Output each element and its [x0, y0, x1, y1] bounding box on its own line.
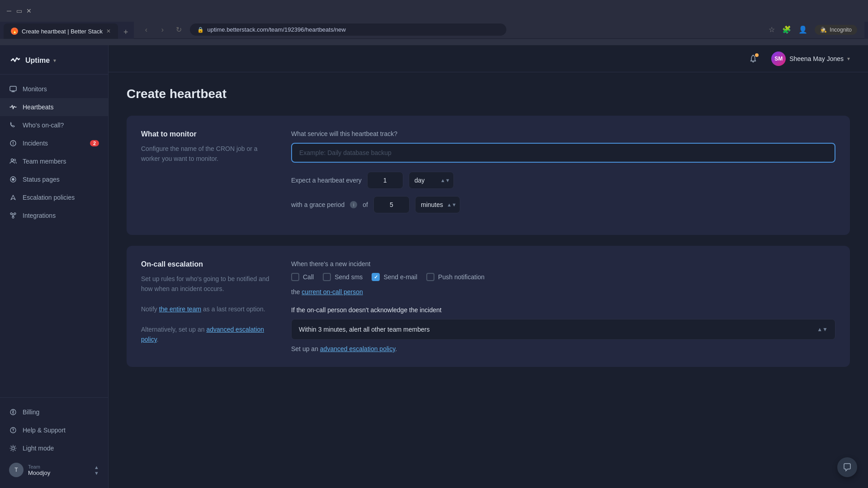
url-bar[interactable]: 🔒 uptime.betterstack.com/team/192396/hea…: [190, 23, 506, 36]
user-menu[interactable]: SM Sheena May Jones ▾: [768, 50, 854, 68]
users-icon: [9, 157, 17, 165]
content-area: Create heartbeat What to monitor Configu…: [108, 72, 868, 392]
grace-value-input[interactable]: [373, 196, 410, 213]
star-icon[interactable]: ☆: [769, 25, 775, 34]
escalation-dropdown-value: Within 3 minutes, alert all other team m…: [299, 326, 429, 333]
sidebar-item-incidents[interactable]: Incidents 2: [0, 134, 108, 152]
sidebar-nav: Monitors Heartbeats Who's on-call?: [0, 75, 108, 397]
acknowledge-label: If the on-call person doesn't acknowledg…: [291, 306, 835, 314]
active-tab[interactable]: 🔥 Create heartbeat | Better Stack ✕: [4, 23, 118, 39]
advanced-escalation-link-left[interactable]: advanced escalation policy: [141, 326, 264, 343]
sidebar-item-escalation[interactable]: Escalation policies: [0, 188, 108, 206]
checkbox-call[interactable]: Call: [291, 273, 314, 281]
advanced-escalation-link-right[interactable]: advanced escalation policy: [320, 345, 395, 352]
sidebar-item-billing[interactable]: Billing: [0, 403, 108, 421]
tab-close-icon[interactable]: ✕: [106, 28, 111, 34]
profile-icon[interactable]: 👤: [798, 25, 807, 34]
section-left-escalation: On-call escalation Set up rules for who'…: [141, 260, 277, 352]
checkbox-sms[interactable]: Send sms: [323, 273, 363, 281]
oncall-person-link[interactable]: current on-call person: [302, 288, 363, 296]
chat-widget[interactable]: [837, 457, 857, 477]
team-arrows-icon: ▲ ▼: [94, 465, 99, 476]
extensions-icon[interactable]: 🧩: [782, 25, 791, 34]
notification-button[interactable]: [746, 52, 760, 66]
svg-point-3: [14, 159, 16, 161]
email-label: Send e-mail: [383, 273, 417, 281]
sidebar-bottom: Billing Help & Support: [0, 397, 108, 488]
minimize-btn[interactable]: ─: [5, 7, 13, 14]
close-btn[interactable]: ✕: [25, 7, 33, 14]
sms-label: Send sms: [335, 273, 363, 281]
notification-dot: [755, 53, 759, 57]
phone-icon: [9, 121, 17, 129]
sidebar-item-team[interactable]: Team members: [0, 152, 108, 170]
sidebar-item-oncall[interactable]: Who's on-call?: [0, 116, 108, 134]
team-label: Team: [28, 464, 90, 469]
entire-team-link[interactable]: the entire team: [159, 305, 201, 313]
sidebar-label-status: Status pages: [23, 176, 60, 183]
tab-favicon: 🔥: [11, 28, 18, 35]
escalation-icon: [9, 193, 17, 202]
heartbeat-unit-select[interactable]: minute minutes hour hours day days: [409, 172, 454, 189]
grace-unit-wrapper: seconds minutes hours ▲▼: [415, 196, 460, 213]
svg-point-6: [10, 213, 12, 215]
heartbeat-interval-input[interactable]: [367, 172, 403, 189]
monitor-section-title: What to monitor: [141, 130, 277, 138]
team-avatar: T: [9, 463, 24, 477]
push-checkbox[interactable]: [426, 273, 434, 281]
maximize-btn[interactable]: ▭: [15, 7, 23, 14]
service-name-input[interactable]: [291, 143, 835, 163]
lock-icon: 🔒: [197, 27, 204, 33]
escalation-dropdown[interactable]: Within 3 minutes, alert all other team m…: [291, 319, 835, 340]
sidebar-item-help[interactable]: Help & Support: [0, 421, 108, 439]
sidebar-logo[interactable]: Uptime ▾: [0, 45, 108, 75]
incognito-badge: 🕵 Incognito: [815, 25, 857, 35]
sidebar-item-status[interactable]: Status pages: [0, 170, 108, 188]
checkbox-push[interactable]: Push notification: [426, 273, 485, 281]
escalation-dropdown-arrow-icon: ▲▼: [817, 326, 828, 333]
team-info: Team Moodjoy: [28, 464, 90, 476]
checkbox-email[interactable]: Send e-mail: [372, 273, 417, 281]
email-checkbox[interactable]: [372, 273, 380, 281]
team-section[interactable]: T Team Moodjoy ▲ ▼: [0, 457, 108, 483]
forward-btn[interactable]: ›: [157, 24, 168, 35]
sidebar-item-monitors[interactable]: Monitors: [0, 80, 108, 98]
grace-period-form: with a grace period i of seconds minutes…: [291, 196, 835, 213]
user-chevron-icon: ▾: [847, 56, 850, 62]
svg-rect-0: [10, 86, 16, 91]
grace-info-icon[interactable]: i: [350, 201, 357, 208]
svg-point-4: [12, 178, 14, 181]
call-checkbox[interactable]: [291, 273, 299, 281]
incident-label: When there's a new incident: [291, 260, 835, 267]
service-question: What service will this heartbeat track?: [291, 130, 835, 137]
new-tab-button[interactable]: +: [118, 26, 134, 39]
svg-point-8: [12, 216, 14, 218]
sidebar-label-escalation: Escalation policies: [23, 194, 75, 201]
browser-chrome: ─ ▭ ✕ 🔥 Create heartbeat | Better Stack …: [0, 0, 868, 45]
grace-unit-select[interactable]: seconds minutes hours: [415, 196, 460, 213]
refresh-btn[interactable]: ↻: [174, 24, 184, 35]
browser-titlebar: ─ ▭ ✕: [0, 0, 868, 22]
sidebar-item-lightmode[interactable]: Light mode: [0, 439, 108, 457]
notification-checkboxes: Call Send sms Send e-mail Push noti: [291, 273, 835, 281]
back-btn[interactable]: ‹: [141, 24, 152, 35]
app-container: Uptime ▾ Monitors: [0, 45, 868, 488]
address-bar-container: ‹ › ↻ 🔒 uptime.betterstack.com/team/1923…: [134, 21, 865, 39]
sidebar-item-integrations[interactable]: Integrations: [0, 206, 108, 225]
sidebar-item-heartbeats[interactable]: Heartbeats: [0, 98, 108, 116]
top-bar-actions: SM Sheena May Jones ▾: [746, 50, 854, 68]
escalation-section-desc: Set up rules for who's going to be notif…: [141, 274, 277, 345]
section-left-monitor: What to monitor Configure the name of th…: [141, 130, 277, 221]
svg-point-11: [13, 432, 13, 432]
logo-chevron-icon: ▾: [53, 57, 56, 64]
heartbeat-unit-wrapper: minute minutes hour hours day days ▲▼: [409, 172, 454, 189]
tab-bar: 🔥 Create heartbeat | Better Stack ✕ + ‹ …: [0, 22, 868, 39]
sidebar-label-integrations: Integrations: [23, 212, 56, 219]
integrations-icon: [9, 211, 17, 220]
status-icon: [9, 175, 17, 183]
incidents-badge: 2: [90, 140, 99, 146]
browser-actions: ☆ 🧩 👤 🕵 Incognito: [769, 25, 857, 35]
push-label: Push notification: [438, 273, 485, 281]
user-name: Sheena May Jones: [789, 55, 844, 62]
sms-checkbox[interactable]: [323, 273, 331, 281]
